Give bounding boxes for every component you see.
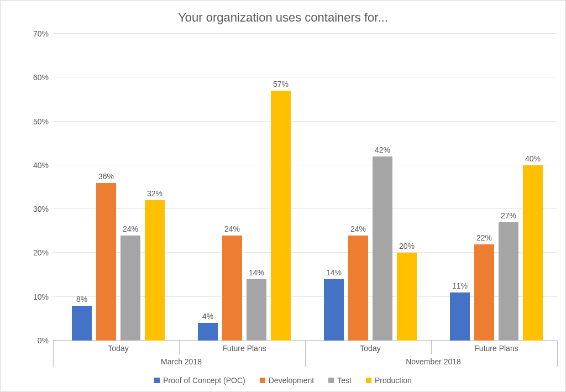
legend-label-prod: Production [375, 376, 412, 385]
bar-nov-future-prod: 40% [523, 165, 543, 341]
bar-mar-future-test: 14% [247, 279, 266, 341]
bar-nov-today-test: 42% [373, 156, 392, 341]
bar-nov-today-prod: 20% [397, 253, 417, 341]
bar-label: 24% [123, 224, 138, 233]
legend-swatch-prod [366, 378, 371, 383]
legend-label-test: Test [337, 376, 352, 385]
bar-label: 42% [375, 145, 390, 154]
x-main-march: March 2018 [161, 357, 202, 366]
plot-area: 70% 60% 50% 40% 30% 20% 10% 0% 8% 36% 24… [53, 34, 557, 341]
chart-container: Your organization uses containers for...… [0, 0, 566, 392]
bar-mar-today-prod: 32% [145, 200, 165, 341]
bar-label: 57% [273, 80, 289, 88]
chart-title: Your organization uses containers for... [1, 11, 565, 25]
bar-mar-today-test: 24% [120, 236, 140, 341]
legend: Proof of Concept (POC) Development Test … [1, 376, 565, 385]
bar-mar-future-poc: 4% [198, 323, 218, 341]
bar-mar-future-prod: 57% [271, 91, 291, 341]
x-sub-future-1: Future Plans [222, 344, 266, 353]
y-tick-50: 50% [33, 117, 49, 126]
legend-label-dev: Development [269, 376, 315, 385]
bar-label: 24% [224, 224, 240, 233]
bar-label: 8% [76, 295, 87, 304]
legend-swatch-test [328, 378, 334, 383]
bar-nov-future-dev: 22% [474, 244, 494, 341]
x-sub-today-1: Today [108, 344, 128, 353]
bar-label: 24% [350, 224, 366, 233]
x-sub-future-2: Future Plans [474, 344, 518, 353]
y-tick-10: 10% [33, 292, 49, 301]
bar-nov-future-poc: 11% [450, 292, 470, 341]
bar-label: 32% [147, 189, 163, 198]
bar-label: 36% [98, 172, 114, 181]
bar-label: 27% [501, 211, 516, 220]
bar-mar-today-dev: 36% [96, 183, 116, 341]
legend-item-test: Test [328, 376, 352, 385]
y-tick-30: 30% [33, 205, 49, 213]
legend-item-prod: Production [366, 376, 412, 385]
legend-item-dev: Development [260, 376, 315, 385]
y-tick-40: 40% [33, 161, 49, 170]
legend-swatch-dev [260, 378, 265, 383]
y-tick-20: 20% [33, 248, 49, 257]
bar-label: 22% [476, 233, 492, 242]
bar-nov-today-dev: 24% [348, 236, 368, 341]
x-sub-today-2: Today [360, 344, 380, 353]
bar-label: 4% [202, 312, 213, 321]
legend-item-poc: Proof of Concept (POC) [154, 376, 245, 385]
bar-label: 20% [399, 242, 415, 250]
y-tick-70: 70% [33, 29, 49, 38]
bar-label: 14% [249, 268, 264, 277]
bar-label: 40% [525, 154, 541, 163]
bar-label: 14% [326, 268, 342, 277]
bar-label: 11% [452, 281, 468, 290]
bar-nov-today-poc: 14% [324, 279, 344, 341]
legend-label-poc: Proof of Concept (POC) [163, 376, 245, 385]
y-tick-60: 60% [33, 73, 49, 82]
y-tick-0: 0% [38, 336, 49, 345]
bar-nov-future-test: 27% [499, 222, 518, 341]
x-main-november: November 2018 [406, 357, 461, 366]
bar-mar-future-dev: 24% [222, 236, 242, 341]
bar-mar-today-poc: 8% [72, 306, 92, 341]
legend-swatch-poc [154, 378, 160, 383]
